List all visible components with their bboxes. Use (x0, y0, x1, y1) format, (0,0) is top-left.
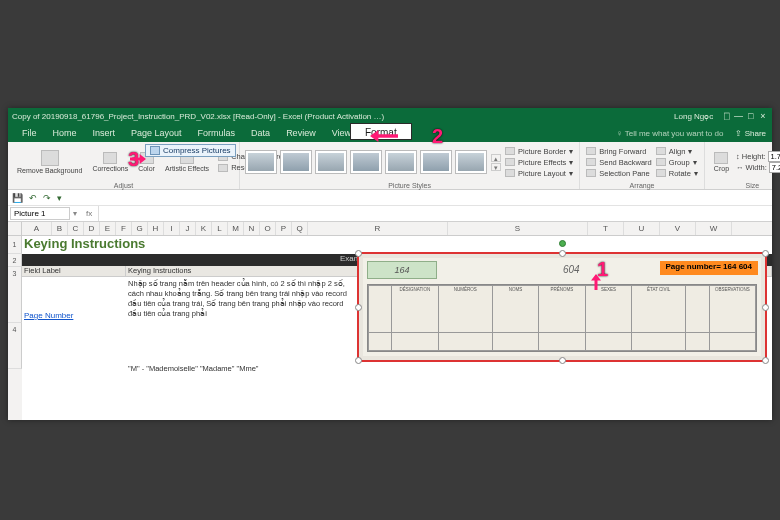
selection-pane-button[interactable]: Selection Pane (586, 168, 652, 179)
row-header[interactable]: 2 (8, 254, 22, 267)
group-label-arrange: Arrange (586, 181, 698, 189)
resize-handle[interactable] (355, 357, 362, 364)
resize-handle[interactable] (559, 357, 566, 364)
col-header[interactable]: U (624, 222, 660, 235)
col-header[interactable]: J (180, 222, 196, 235)
row-header[interactable]: 3 (8, 267, 22, 323)
picture-styles-gallery[interactable]: ▴▾ (246, 151, 501, 173)
maximize-icon[interactable]: □ (746, 111, 756, 121)
page-number-link[interactable]: Page Number (24, 311, 73, 320)
send-backward-button[interactable]: Send Backward (586, 157, 652, 168)
row-header[interactable]: 4 (8, 323, 22, 369)
tab-formulas[interactable]: Formulas (190, 126, 244, 140)
qat-more-icon[interactable]: ▾ (57, 193, 62, 203)
col-header[interactable]: Q (292, 222, 308, 235)
cells-area[interactable]: Keying Instructions Example Field Label … (22, 236, 772, 420)
tab-insert[interactable]: Insert (85, 126, 124, 140)
corrections-button[interactable]: Corrections (89, 151, 131, 173)
formula-input[interactable] (98, 206, 772, 221)
resize-handle[interactable] (559, 250, 566, 257)
col-header[interactable]: G (132, 222, 148, 235)
title-bar: Copy of 20190918_61796_Project_Instructi… (8, 108, 772, 124)
resize-handle[interactable] (355, 250, 362, 257)
picture-style-preset[interactable] (386, 151, 416, 173)
align-button[interactable]: Align ▾ (656, 146, 698, 157)
row-header[interactable]: 1 (8, 236, 22, 254)
user-name: Long Ngọc (674, 112, 713, 121)
tell-me-search[interactable]: ♀ Tell me what you want to do (617, 129, 730, 138)
column-headers[interactable]: A B C D E F G H I J K L M N O P Q R S T … (8, 222, 772, 236)
col-header[interactable]: R (308, 222, 448, 235)
picture-effects-button[interactable]: Picture Effects ▾ (505, 157, 573, 168)
picture-style-preset[interactable] (281, 151, 311, 173)
bring-forward-button[interactable]: Bring Forward (586, 146, 652, 157)
resize-handle[interactable] (355, 304, 362, 311)
tab-review[interactable]: Review (278, 126, 324, 140)
rotate-button[interactable]: Rotate ▾ (656, 168, 698, 179)
instruction-text: Nhập số trang nằm trên header của hình, … (128, 279, 358, 319)
col-header[interactable]: K (196, 222, 212, 235)
ribbon-group-arrange: Bring Forward Send Backward Selection Pa… (580, 142, 705, 189)
ribbon-options-icon[interactable]: ⎕ (721, 111, 731, 121)
undo-icon[interactable]: ↶ (29, 193, 37, 203)
col-header[interactable]: V (660, 222, 696, 235)
col-header[interactable]: F (116, 222, 132, 235)
col-header[interactable]: M (228, 222, 244, 235)
group-button[interactable]: Group ▾ (656, 157, 698, 168)
redo-icon[interactable]: ↷ (43, 193, 51, 203)
col-field-label: Field Label (22, 266, 126, 276)
gallery-scroll[interactable]: ▴▾ (491, 154, 501, 171)
minimize-icon[interactable]: — (734, 111, 744, 121)
picture-style-preset[interactable] (351, 151, 381, 173)
col-header[interactable]: D (84, 222, 100, 235)
name-box[interactable] (10, 207, 70, 220)
tab-home[interactable]: Home (45, 126, 85, 140)
width-field[interactable]: ↔Width: (736, 162, 780, 173)
name-box-dropdown-icon[interactable]: ▾ (70, 209, 80, 218)
col-header[interactable]: E (100, 222, 116, 235)
tab-file[interactable]: File (14, 126, 45, 140)
sheet-title: Keying Instructions (22, 236, 145, 254)
tab-page-layout[interactable]: Page Layout (123, 126, 190, 140)
col-header[interactable]: O (260, 222, 276, 235)
picture-style-preset[interactable] (246, 151, 276, 173)
rotate-handle[interactable] (559, 240, 566, 247)
resize-handle[interactable] (762, 304, 769, 311)
col-header[interactable]: C (68, 222, 84, 235)
col-header[interactable]: T (588, 222, 624, 235)
col-header[interactable]: S (448, 222, 588, 235)
col-header[interactable]: L (212, 222, 228, 235)
col-header[interactable]: W (696, 222, 732, 235)
excel-window: Copy of 20190918_61796_Project_Instructi… (8, 108, 772, 420)
compress-pictures-button[interactable]: Compress Pictures (145, 144, 236, 157)
tab-data[interactable]: Data (243, 126, 278, 140)
picture-layout-button[interactable]: Picture Layout ▾ (505, 168, 573, 179)
resize-handle[interactable] (762, 357, 769, 364)
col-header[interactable]: H (148, 222, 164, 235)
crop-button[interactable]: Crop (711, 151, 732, 173)
picture-border-button[interactable]: Picture Border ▾ (505, 146, 573, 157)
share-button[interactable]: ⇪ Share (729, 129, 772, 138)
picture-style-preset[interactable] (316, 151, 346, 173)
quick-access-toolbar: 💾 ↶ ↷ ▾ (8, 190, 772, 206)
row4-text: "M" - "Mademoiselle" "Madame" "Mme" (128, 364, 259, 373)
fx-icon[interactable]: fx (80, 209, 98, 218)
group-label-size: Size (711, 181, 780, 189)
save-icon[interactable]: 💾 (12, 193, 23, 203)
spreadsheet-grid[interactable]: 1 2 3 4 Keying Instructions Example Fiel… (8, 236, 772, 420)
col-header[interactable]: A (22, 222, 52, 235)
close-icon[interactable]: × (758, 111, 768, 121)
picture-style-preset[interactable] (421, 151, 451, 173)
selected-picture[interactable]: 164 604 Page number= 164 604 DÉSIGNATION… (357, 252, 767, 362)
remove-background-button[interactable]: Remove Background (14, 149, 85, 175)
col-header[interactable]: N (244, 222, 260, 235)
picture-style-preset[interactable] (456, 151, 486, 173)
col-header[interactable]: B (52, 222, 68, 235)
resize-handle[interactable] (762, 250, 769, 257)
col-header[interactable]: I (164, 222, 180, 235)
col-header[interactable]: P (276, 222, 292, 235)
height-field[interactable]: ↕Height: (736, 151, 780, 162)
row-headers[interactable]: 1 2 3 4 (8, 236, 22, 420)
select-all-corner[interactable] (8, 222, 22, 235)
ledger-table: DÉSIGNATION NUMÉROS NOMS PRÉNOMS SEXES É… (367, 284, 757, 352)
